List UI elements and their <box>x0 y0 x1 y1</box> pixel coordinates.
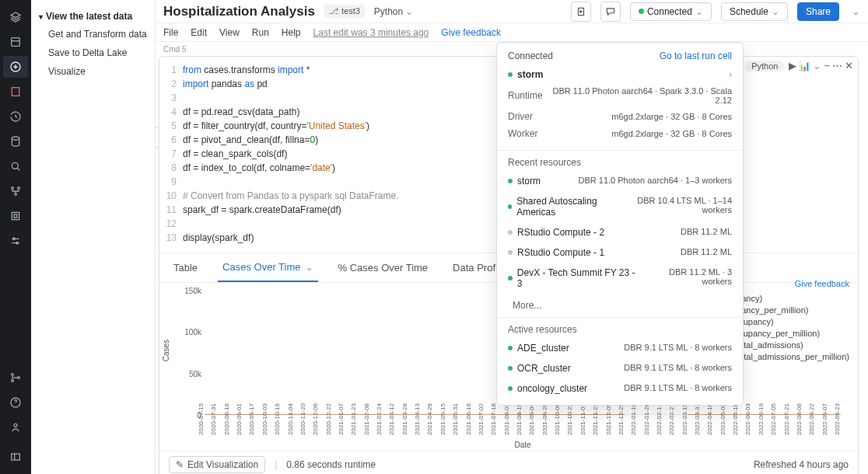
active-cluster-name[interactable]: storm <box>517 69 543 80</box>
svg-point-15 <box>14 423 17 427</box>
refreshed-text: Refreshed 4 hours ago <box>754 459 849 470</box>
svg-rect-0 <box>12 38 20 47</box>
sliders-icon[interactable] <box>3 230 28 252</box>
user-icon[interactable] <box>3 416 28 438</box>
chevron-right-icon[interactable]: › <box>729 69 732 80</box>
cmd-label: Cmd 5 <box>163 45 186 54</box>
search-icon[interactable] <box>3 155 28 177</box>
run-icon[interactable]: ▶ <box>789 60 796 71</box>
svg-point-5 <box>12 187 14 190</box>
svg-point-6 <box>18 187 20 190</box>
svg-rect-2 <box>12 88 19 96</box>
menu-item[interactable]: Help <box>282 27 301 38</box>
active-resource[interactable]: oncology_clusterDBR 9.1 LTS ML · 8 worke… <box>497 378 743 399</box>
result-tab[interactable]: % Cases Over Time <box>334 253 433 282</box>
compute-icon[interactable] <box>3 205 28 227</box>
x-axis-label: Date <box>514 441 530 449</box>
recent-resource[interactable]: RStudio Compute - 2DBR 11.2 ML <box>497 222 743 242</box>
driver-spec: m6gd.2xlarge · 32 GB · 8 Cores <box>611 112 732 121</box>
content-area: ‹ Cmd 5 Python ▶ 📊 ⌄ − ⋯ ✕ 1234567891011… <box>156 42 868 474</box>
svg-point-13 <box>18 377 20 379</box>
schedule-dropdown[interactable]: Schedule⌄ <box>721 2 788 21</box>
runtime-spec: DBR 11.0 Photon aarch64 · Spark 3.3.0 · … <box>543 86 732 105</box>
recent-resource[interactable]: RStudio Compute - 1DBR 11.2 ML <box>497 242 743 263</box>
svg-rect-8 <box>12 212 19 219</box>
outline-item[interactable]: Get and Transform data <box>31 25 155 44</box>
active-resource[interactable]: ADE_clusterDBR 9.1 LTS ML · 8 workers <box>497 338 743 358</box>
recent-resource[interactable]: stormDBR 11.0 Photon aarch64 · 1–3 worke… <box>497 171 743 191</box>
more-resources[interactable]: More... <box>497 294 743 317</box>
worker-spec: m6gd.2xlarge · 32 GB · 8 Cores <box>611 129 732 138</box>
result-tab[interactable]: Cases Over Time ⌄ <box>218 253 317 282</box>
cell-menu-icon[interactable]: ⌄ <box>813 60 821 71</box>
menu-item[interactable]: Run <box>252 27 269 38</box>
outline-sidebar: ▾View the latest data Get and Transform … <box>31 0 156 474</box>
recent-resource[interactable]: DevX - Tech Summit FY 23 - 3DBR 11.2 ML … <box>497 263 743 294</box>
notebook-title[interactable]: Hospitalization Analysis <box>163 4 315 19</box>
y-axis-label: Cases <box>162 340 170 361</box>
svg-point-4 <box>12 162 18 169</box>
menu-item[interactable]: View <box>219 27 240 38</box>
new-icon[interactable] <box>3 56 28 78</box>
popover-status: Connected <box>508 51 553 61</box>
active-header: Active resources <box>497 317 743 338</box>
recent-header: Recent resources <box>497 151 743 171</box>
last-edit-text[interactable]: Last edit was 3 minutes ago <box>313 27 429 38</box>
minimize-icon[interactable]: − <box>824 60 830 71</box>
history-icon[interactable] <box>3 106 28 127</box>
svg-point-3 <box>12 137 19 140</box>
goto-last-run-link[interactable]: Go to last run cell <box>660 51 732 61</box>
recent-resource[interactable]: Shared Autoscaling AmericasDBR 10.4 LTS … <box>497 191 743 222</box>
svg-point-12 <box>12 380 14 382</box>
close-icon[interactable]: ✕ <box>845 60 853 71</box>
comments-icon[interactable] <box>600 2 621 22</box>
workspace-icon[interactable] <box>3 31 28 53</box>
more-menu[interactable]: ⌄ <box>852 5 860 17</box>
workflows-icon[interactable] <box>3 180 28 202</box>
cell-footer: ✎Edit Visualization | 0.86 seconds runti… <box>159 451 858 474</box>
runtime-text: 0.86 seconds runtime <box>286 459 376 470</box>
svg-point-7 <box>15 193 17 196</box>
run-history-icon[interactable] <box>571 2 591 22</box>
chart-icon[interactable]: 📊 <box>799 61 810 71</box>
result-tab[interactable]: Table <box>169 253 202 282</box>
menubar: FileEditViewRunHelp Last edit was 3 minu… <box>156 23 868 42</box>
language-selector[interactable]: Python ⌄ <box>374 6 413 17</box>
feedback-link[interactable]: Give feedback <box>441 27 501 38</box>
connected-dropdown[interactable]: Connected⌄ <box>630 2 712 21</box>
branch-tag[interactable]: ⎇ test3 <box>324 5 365 18</box>
outline-item[interactable]: Visualize <box>31 62 155 81</box>
data-icon[interactable] <box>3 131 28 152</box>
outline-header-text: View the latest data <box>46 11 132 22</box>
logo-icon[interactable] <box>3 6 28 28</box>
svg-point-11 <box>12 374 14 376</box>
outline-item[interactable]: Save to Delta Lake <box>31 44 155 62</box>
topbar: Hospitalization Analysis ⎇ test3 Python … <box>156 0 868 23</box>
edit-visualization-button[interactable]: ✎Edit Visualization <box>169 456 265 473</box>
cell-lang-chip[interactable]: Python <box>745 61 784 71</box>
cell-toolbar: ▶ 📊 ⌄ − ⋯ ✕ <box>789 60 853 71</box>
branch-icon[interactable] <box>3 367 28 389</box>
recents-icon[interactable] <box>3 81 28 103</box>
left-rail <box>0 0 31 474</box>
svg-rect-16 <box>12 454 20 460</box>
menu-item[interactable]: Edit <box>191 27 207 38</box>
help-icon[interactable] <box>3 392 28 413</box>
share-button[interactable]: Share <box>797 2 839 21</box>
outline-header[interactable]: ▾View the latest data <box>31 8 155 25</box>
more-icon[interactable]: ⋯ <box>832 60 842 71</box>
cluster-popover: Connected Go to last run cell storm › Ru… <box>496 42 744 406</box>
menu-item[interactable]: File <box>163 27 178 38</box>
active-resource[interactable]: OCR_clusterDBR 9.1 LTS ML · 8 workers <box>497 358 743 378</box>
panel-icon[interactable] <box>3 446 28 468</box>
